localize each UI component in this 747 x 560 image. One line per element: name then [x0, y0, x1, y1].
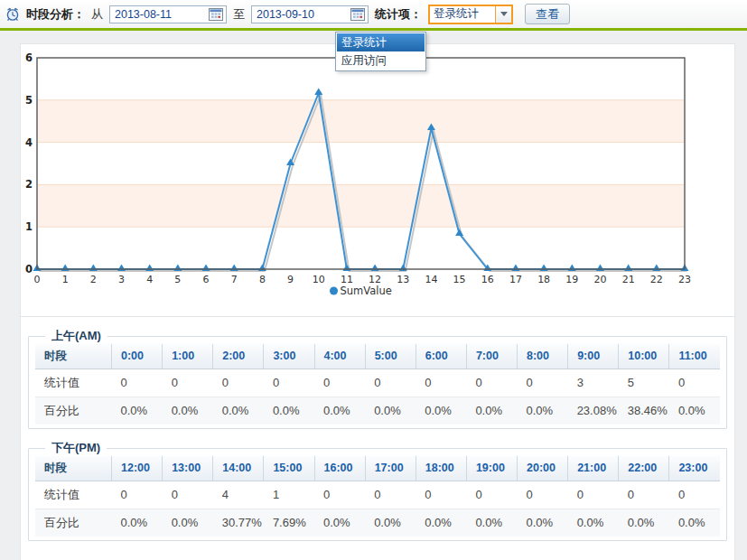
table-cell: 0: [518, 481, 568, 509]
table-row: 统计值004100000000: [35, 481, 720, 509]
column-header: 16:00: [314, 456, 365, 481]
table-cell: 0.0%: [163, 397, 213, 425]
table-cell: 0.0%: [264, 397, 314, 425]
table-cell: 0: [112, 481, 163, 509]
svg-text:3: 3: [118, 274, 125, 285]
table-cell: 0: [163, 481, 213, 509]
to-date-field[interactable]: [251, 5, 369, 23]
svg-text:17: 17: [509, 274, 522, 285]
column-header: 4:00: [314, 344, 365, 369]
svg-text:14: 14: [425, 274, 437, 285]
column-header: 17:00: [365, 456, 416, 481]
table-cell: 0: [518, 369, 568, 397]
svg-text:5: 5: [25, 94, 33, 107]
chevron-down-icon[interactable]: [495, 6, 511, 23]
to-date-input[interactable]: [257, 7, 349, 22]
column-header: 11:00: [669, 344, 720, 369]
column-header: 时段: [35, 344, 112, 369]
svg-text:6: 6: [25, 51, 33, 64]
table-cell: 0: [466, 481, 517, 509]
table-cell: 0.0%: [518, 397, 568, 425]
view-button[interactable]: 查看: [525, 4, 570, 24]
svg-text:9: 9: [287, 274, 294, 285]
pm-table: 时段12:0013:0014:0015:0016:0017:0018:0019:…: [35, 456, 720, 537]
column-header: 1:00: [163, 344, 213, 369]
column-header: 14:00: [213, 456, 264, 481]
svg-text:6: 6: [203, 274, 210, 285]
page: 时段分析： 从 至: [0, 0, 747, 560]
svg-text:SumValue: SumValue: [341, 285, 392, 297]
table-cell: 5: [619, 369, 669, 397]
column-header: 12:00: [112, 456, 163, 481]
table-cell: 0.0%: [568, 509, 619, 537]
svg-text:18: 18: [537, 274, 550, 285]
dropdown-option[interactable]: 登录统计: [337, 33, 425, 51]
table-cell: 0: [669, 481, 720, 509]
column-header: 18:00: [416, 456, 466, 481]
row-label: 百分比: [35, 397, 112, 425]
svg-text:1: 1: [62, 274, 69, 285]
svg-text:23: 23: [678, 274, 691, 285]
am-table: 时段0:001:002:003:004:005:006:007:008:009:…: [35, 344, 720, 425]
table-cell: 0: [314, 481, 365, 509]
column-header: 2:00: [213, 344, 264, 369]
from-date-input[interactable]: [115, 7, 207, 22]
stat-item-dropdown: 登录统计 应用访问: [335, 32, 426, 71]
stat-item-select[interactable]: 登录统计: [428, 5, 513, 24]
to-label: 至: [233, 6, 245, 23]
table-cell: 0: [669, 369, 720, 397]
table-cell: 0.0%: [112, 397, 163, 425]
column-header: 23:00: [669, 456, 720, 481]
chart-canvas: 0124560123456789101112131415161718192021…: [21, 44, 734, 315]
table-cell: 0: [619, 481, 669, 509]
calendar-icon[interactable]: [349, 6, 366, 23]
table-cell: 0.0%: [314, 509, 365, 537]
svg-text:4: 4: [25, 136, 33, 149]
table-cell: 0.0%: [365, 397, 416, 425]
table-row: 百分比0.0%0.0%0.0%0.0%0.0%0.0%0.0%0.0%0.0%2…: [35, 397, 720, 425]
table-cell: 0.0%: [518, 509, 568, 537]
dropdown-option[interactable]: 应用访问: [337, 51, 425, 70]
svg-text:7: 7: [231, 274, 238, 285]
column-header: 0:00: [112, 344, 163, 369]
table-cell: 0: [365, 481, 416, 509]
row-label: 统计值: [35, 369, 112, 397]
toolbar: 时段分析： 从 至: [0, 0, 747, 28]
table-row: 统计值000000000350: [35, 369, 720, 397]
am-section-title: 上午(AM): [45, 328, 107, 344]
from-label: 从: [91, 6, 103, 23]
table-cell: 30.77%: [213, 509, 264, 537]
table-cell: 0: [314, 369, 365, 397]
column-header: 21:00: [568, 456, 619, 481]
svg-text:4: 4: [146, 274, 153, 285]
table-row: 百分比0.0%0.0%30.77%7.69%0.0%0.0%0.0%0.0%0.…: [35, 509, 720, 537]
column-header: 10:00: [619, 344, 669, 369]
table-cell: 0: [112, 369, 163, 397]
from-date-field[interactable]: [109, 5, 227, 23]
table-cell: 0: [365, 369, 416, 397]
table-cell: 0.0%: [365, 509, 416, 537]
column-header: 20:00: [518, 456, 568, 481]
svg-text:22: 22: [650, 274, 663, 285]
svg-text:13: 13: [397, 274, 409, 285]
column-header: 时段: [35, 456, 112, 481]
svg-text:15: 15: [453, 274, 466, 285]
am-section: 上午(AM) 时段0:001:002:003:004:005:006:007:0…: [28, 328, 727, 429]
table-cell: 0.0%: [314, 397, 365, 425]
content-panel: 0124560123456789101112131415161718192021…: [20, 43, 735, 560]
table-cell: 0: [213, 369, 264, 397]
svg-text:16: 16: [481, 274, 494, 285]
column-header: 15:00: [264, 456, 314, 481]
column-header: 9:00: [568, 344, 619, 369]
svg-text:1: 1: [25, 220, 33, 233]
table-cell: 23.08%: [568, 397, 619, 425]
green-divider: [0, 28, 747, 31]
table-cell: 0.0%: [619, 509, 669, 537]
calendar-icon[interactable]: [207, 6, 224, 23]
table-cell: 0.0%: [163, 509, 213, 537]
svg-text:2: 2: [90, 274, 97, 285]
svg-text:0: 0: [34, 274, 41, 285]
page-title: 时段分析：: [26, 6, 85, 23]
svg-text:10: 10: [313, 274, 325, 285]
table-cell: 0: [416, 481, 466, 509]
